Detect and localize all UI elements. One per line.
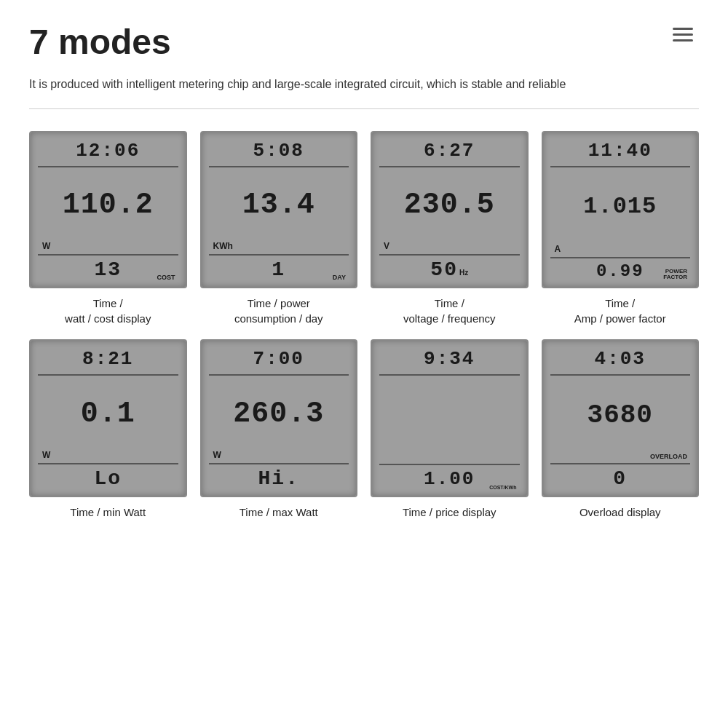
time-6: 7:00 <box>209 348 349 370</box>
display-box-6: 7:00 260.3 W Hi. <box>200 339 358 497</box>
bottom-row-5: Lo <box>38 466 178 491</box>
main-value-7 <box>379 379 520 461</box>
bottom-label-2: DAY <box>333 274 346 281</box>
main-value-1: 110.2 <box>38 170 178 242</box>
bottom-value-8: 0 <box>613 467 627 490</box>
mode-label-5: Time / min Watt <box>70 505 146 520</box>
bottom-label-7: COST/KWh <box>489 485 516 490</box>
mode-label-8: Overload display <box>579 505 661 520</box>
display-box-1: 12:06 110.2 W 13 COST <box>29 131 187 289</box>
bottom-label-1: COST <box>157 274 175 281</box>
mode-cell-8: 4:03 3680 OVERLOAD 0 Overload display <box>542 339 700 520</box>
unit-4: A <box>555 244 561 254</box>
display-box-8: 4:03 3680 OVERLOAD 0 <box>542 339 700 497</box>
time-7: 9:34 <box>379 348 520 370</box>
main-value-3: 230.5 <box>379 170 520 242</box>
bottom-value-4: 0.99 <box>596 261 644 281</box>
bottom-value-7: 1.00 <box>424 468 475 490</box>
header: 7 modes <box>29 22 699 62</box>
bottom-hz-row: 50 Hz <box>430 258 468 281</box>
bottom-row-2: 1 DAY <box>209 257 349 282</box>
main-value-6: 260.3 <box>209 379 349 450</box>
time-8: 4:03 <box>550 348 691 370</box>
unit-2: KWh <box>213 241 233 251</box>
bottom-row-3: 50 Hz <box>379 257 520 282</box>
unit-5: W <box>42 450 50 460</box>
bottom-value-1: 13 <box>94 258 122 281</box>
section-divider <box>29 108 699 109</box>
mode-label-1: Time /watt / cost display <box>65 296 151 326</box>
mode-label-7: Time / price display <box>403 505 496 520</box>
display-box-7: 9:34 1.00 COST/KWh <box>371 339 529 497</box>
time-2: 5:08 <box>209 140 349 162</box>
mode-label-3: Time /voltage / frequency <box>403 296 496 326</box>
modes-grid: 12:06 110.2 W 13 COST Time /watt / cost … <box>29 131 699 520</box>
unit-8: OVERLOAD <box>650 453 687 460</box>
description-text: It is produced with intelligent metering… <box>29 75 699 94</box>
main-value-8: 3680 <box>550 379 691 453</box>
bottom-value-5: Lo <box>94 467 122 490</box>
time-1: 12:06 <box>38 140 178 162</box>
bottom-value-2: 1 <box>272 258 285 281</box>
display-box-4: 11:40 1.015 A 0.99 POWERFACTOR <box>542 131 700 289</box>
bottom-label-4: POWERFACTOR <box>663 269 687 282</box>
mode-cell-2: 5:08 13.4 KWh 1 DAY Time / powerconsumpt… <box>200 131 358 327</box>
main-value-2: 13.4 <box>209 170 349 242</box>
bottom-row-7: 1.00 COST/KWh <box>379 467 520 491</box>
mode-cell-1: 12:06 110.2 W 13 COST Time /watt / cost … <box>29 131 187 327</box>
bottom-row-8: 0 <box>550 466 691 491</box>
hz-label: Hz <box>459 269 468 277</box>
main-value-4: 1.015 <box>550 170 691 245</box>
bottom-row-1: 13 COST <box>38 257 178 282</box>
display-box-3: 6:27 230.5 V 50 Hz <box>371 131 529 289</box>
bottom-row-4: 0.99 POWERFACTOR <box>550 260 691 282</box>
page-title: 7 modes <box>29 22 171 62</box>
mode-cell-5: 8:21 0.1 W Lo Time / min Watt <box>29 339 187 520</box>
mode-label-4: Time /Amp / power factor <box>574 296 666 326</box>
unit-6: W <box>213 450 221 460</box>
bottom-row-6: Hi. <box>209 466 349 491</box>
mode-cell-3: 6:27 230.5 V 50 Hz Time /voltage / frequ… <box>371 131 529 327</box>
mode-label-6: Time / max Watt <box>240 505 318 520</box>
display-box-5: 8:21 0.1 W Lo <box>29 339 187 497</box>
mode-cell-7: 9:34 1.00 COST/KWh Time / price display <box>371 339 529 520</box>
mode-cell-4: 11:40 1.015 A 0.99 POWERFACTOR Time /Amp… <box>542 131 700 327</box>
bottom-value-3: 50 <box>430 258 458 281</box>
menu-icon[interactable] <box>667 22 699 47</box>
main-value-5: 0.1 <box>38 379 178 450</box>
time-4: 11:40 <box>550 140 691 162</box>
mode-cell-6: 7:00 260.3 W Hi. Time / max Watt <box>200 339 358 520</box>
bottom-value-6: Hi. <box>258 467 299 490</box>
unit-1: W <box>42 241 50 251</box>
unit-3: V <box>384 241 389 251</box>
time-5: 8:21 <box>38 348 178 370</box>
mode-label-2: Time / powerconsumption / day <box>234 296 323 326</box>
display-box-2: 5:08 13.4 KWh 1 DAY <box>200 131 358 289</box>
time-3: 6:27 <box>379 140 520 162</box>
